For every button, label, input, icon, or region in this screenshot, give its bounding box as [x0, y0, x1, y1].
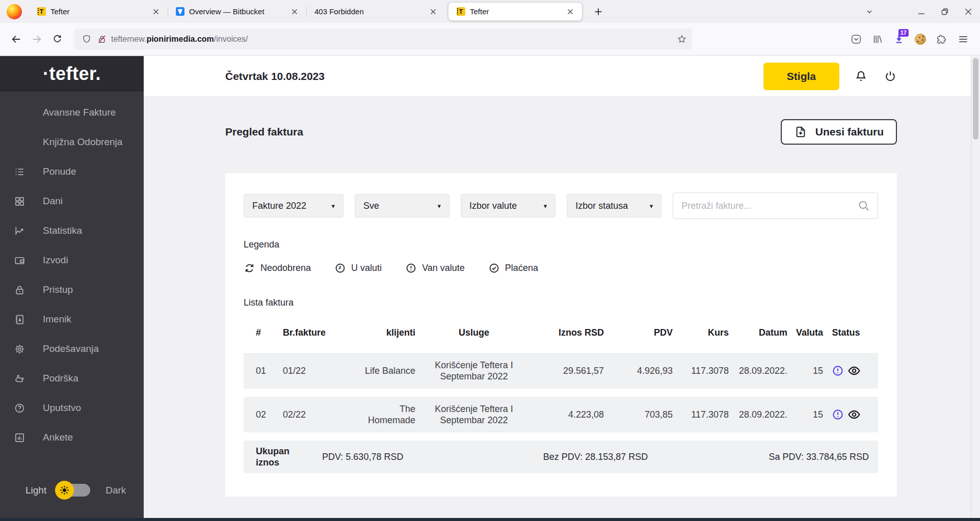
eye-icon[interactable] — [847, 364, 861, 377]
chevron-down-icon: ▾ — [643, 202, 653, 210]
sidebar-item-podesavanja[interactable]: Podešavanja — [0, 334, 144, 364]
legend-item-placena: Plaćena — [488, 262, 538, 274]
tab-title: 403 Forbidden — [314, 7, 422, 16]
bottom-edge-strip — [0, 518, 980, 521]
totals-label: Ukupan iznos — [256, 446, 297, 469]
clock-icon — [334, 262, 346, 274]
sidebar-item-avansne-fakture[interactable]: Avansne Fakture — [0, 98, 144, 127]
currency-filter-dropdown[interactable]: Izbor valute ▾ — [461, 194, 555, 217]
bookmark-star-icon[interactable] — [677, 34, 687, 44]
table-row[interactable]: 02 02/22 The Homemade Korišćenje Teftera… — [244, 397, 878, 432]
url-text: tefternew.pionirimedia.com/invoices/ — [111, 35, 677, 44]
cookie-extension-icon[interactable] — [915, 34, 926, 45]
sidebar-item-podrska[interactable]: Podrška — [0, 364, 144, 393]
chevron-down-icon: ▾ — [324, 202, 335, 210]
legend-item-u-valuti: U valuti — [334, 262, 382, 274]
sidebar-item-pristup[interactable]: Pristup — [0, 275, 144, 305]
tab-close-icon[interactable] — [564, 5, 577, 18]
sidebar-item-knjizna-odobrenja[interactable]: Knjižna Odobrenja — [0, 127, 144, 157]
filters-row: Fakture 2022 ▾ Sve ▾ Izbor valute ▾ Iz — [244, 193, 878, 219]
sidebar-item-ponude[interactable]: Ponude — [0, 157, 144, 186]
tab-tefter-1[interactable]: T Tefter — [29, 0, 168, 23]
tab-close-icon[interactable] — [149, 5, 163, 18]
restore-button[interactable] — [933, 0, 957, 23]
library-icon[interactable] — [872, 34, 883, 45]
year-filter-dropdown[interactable]: Fakture 2022 ▾ — [244, 194, 343, 217]
no-icon — [13, 136, 25, 148]
sidebar-item-uputstvo[interactable]: Uputstvo — [0, 393, 144, 423]
legend-item-neodobrena: Neodobrena — [244, 262, 311, 274]
sun-knob-icon[interactable] — [55, 481, 74, 500]
url-bar[interactable]: tefternew.pionirimedia.com/invoices/ — [74, 29, 692, 50]
window-controls — [858, 0, 980, 23]
tab-bitbucket[interactable]: Overview — Bitbucket — [168, 0, 306, 23]
tracking-shield-icon[interactable] — [82, 34, 92, 44]
page-content: Pregled faktura Unesi fakturu Fakture 20… — [144, 97, 897, 497]
extensions-puzzle-icon[interactable] — [936, 34, 947, 45]
totals-row: Ukupan iznos PDV: 5.630,78 RSD Bez PDV: … — [244, 441, 878, 473]
close-window-button[interactable] — [957, 0, 980, 23]
reload-icon[interactable] — [47, 29, 67, 49]
bitbucket-favicon — [176, 7, 184, 16]
van-valute-status-icon — [832, 365, 844, 377]
sidebar-item-dani[interactable]: Dani — [0, 186, 144, 216]
theme-toggle-track[interactable] — [59, 484, 90, 497]
power-icon[interactable] — [882, 68, 898, 85]
bell-icon[interactable] — [853, 68, 869, 85]
document-plus-icon — [794, 125, 807, 139]
firefox-logo-icon[interactable] — [7, 4, 22, 19]
browser-window: T Tefter Overview — Bitbucket 403 Forbid… — [0, 0, 980, 521]
sidebar-item-izvodi[interactable]: Izvodi — [0, 245, 144, 275]
downloads-icon[interactable]: 17 — [893, 34, 905, 45]
table-row[interactable]: 01 01/22 Life Balance Korišćenje Teftera… — [244, 353, 878, 389]
page-scrollbar[interactable] — [971, 56, 980, 518]
tab-tefter-active[interactable]: T Tefter — [448, 2, 582, 21]
eye-icon[interactable] — [847, 408, 861, 421]
chevron-down-icon: ▾ — [431, 202, 441, 210]
chevron-down-icon: ▾ — [537, 202, 547, 210]
current-date: Četvrtak 10.08.2023 — [225, 70, 325, 83]
sidebar-item-ankete[interactable]: Ankete — [0, 423, 144, 452]
stigla-button[interactable]: Stigla — [763, 63, 839, 90]
forward-icon[interactable] — [27, 29, 47, 49]
lock-icon — [13, 284, 25, 296]
scrollbar-thumb[interactable] — [973, 58, 978, 140]
tab-title: Tefter — [470, 7, 559, 16]
no-icon — [13, 106, 25, 119]
app-header: Četvrtak 10.08.2023 Stigla — [144, 56, 980, 97]
menu-hamburger-icon[interactable] — [958, 34, 969, 45]
status-filter-dropdown[interactable]: Izbor statusa ▾ — [567, 194, 661, 217]
sidebar-item-statistika[interactable]: Statistika — [0, 216, 144, 245]
sync-icon — [244, 262, 255, 274]
sidebar-item-imenik[interactable]: Imenik — [0, 305, 144, 334]
search-icon[interactable] — [857, 199, 870, 212]
help-icon — [13, 402, 25, 414]
brand-logo: ·tefter. — [0, 56, 144, 92]
survey-icon — [13, 431, 25, 444]
new-tab-button[interactable] — [590, 3, 607, 20]
legend-row: Neodobrena U valuti Van va — [244, 262, 878, 274]
gear-icon — [13, 343, 25, 355]
theme-toggle[interactable]: Light Dark — [0, 484, 144, 497]
support-hand-icon — [13, 372, 25, 385]
tab-close-icon[interactable] — [288, 5, 301, 18]
minimize-button[interactable] — [910, 0, 933, 23]
tab-close-icon[interactable] — [427, 5, 440, 18]
back-icon[interactable] — [6, 29, 27, 49]
list-all-tabs-chevron-icon[interactable] — [858, 0, 881, 23]
totals-sa-pdv: Sa PDV: 33.784,65 RSD — [686, 452, 869, 462]
pocket-icon[interactable] — [851, 34, 862, 45]
insecure-lock-icon[interactable] — [97, 34, 107, 44]
van-valute-status-icon — [832, 408, 844, 421]
tab-403-forbidden[interactable]: 403 Forbidden — [306, 0, 445, 23]
add-invoice-button[interactable]: Unesi fakturu — [781, 119, 897, 145]
wallet-icon — [13, 254, 25, 266]
type-filter-dropdown[interactable]: Sve ▾ — [355, 194, 449, 217]
address-book-icon — [13, 313, 25, 325]
totals-pdv: PDV: 5.630,78 RSD — [322, 452, 505, 462]
tefter-favicon: T — [37, 7, 46, 16]
grid-icon — [13, 195, 25, 207]
tab-title: Overview — Bitbucket — [189, 7, 283, 16]
search-input[interactable] — [681, 201, 857, 211]
sidebar-menu: Avansne Fakture Knjižna Odobrenja Ponude — [0, 92, 144, 452]
